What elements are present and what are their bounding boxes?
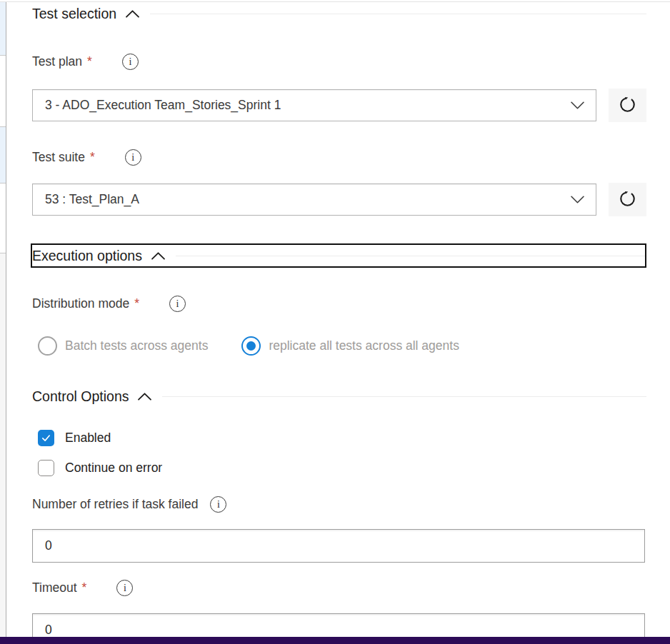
panel-edge-segment (0, 127, 6, 183)
task-settings-panel: Test selection Test plan * i 3 - ADO_Exe… (0, 0, 670, 644)
test-plan-row: 3 - ADO_Execution Team_Stories_Sprint 1 (32, 89, 646, 122)
required-asterisk: * (134, 296, 139, 311)
test-suite-value: 53 : Test_Plan_A (33, 192, 571, 207)
continue-on-error-checkbox-row[interactable]: Continue on error (38, 460, 646, 476)
radio-selected-icon[interactable] (241, 336, 261, 356)
test-suite-label-row: Test suite * i (32, 148, 646, 167)
test-plan-value: 3 - ADO_Execution Team_Stories_Sprint 1 (33, 98, 571, 113)
section-divider (162, 396, 646, 397)
test-suite-label: Test suite (32, 150, 85, 165)
bottom-accent-bar (0, 637, 670, 644)
checkbox-label: Continue on error (65, 461, 162, 476)
radio-label: Batch tests across agents (65, 338, 208, 353)
retries-label: Number of retries if task failed (32, 497, 198, 512)
info-icon[interactable]: i (122, 54, 139, 70)
panel-edge-segment (0, 56, 6, 127)
panel-edge-segment (0, 183, 6, 253)
section-header-test-selection[interactable]: Test selection (32, 4, 646, 24)
chevron-down-icon (571, 101, 584, 109)
checkbox-label: Enabled (65, 431, 111, 446)
info-icon[interactable]: i (169, 296, 186, 312)
section-divider (176, 256, 645, 256)
chevron-down-icon (571, 196, 584, 203)
required-asterisk: * (82, 580, 87, 595)
retries-label-row: Number of retries if task failed i (32, 495, 646, 514)
section-header-execution-options[interactable]: Execution options (32, 248, 645, 264)
section-divider (150, 14, 646, 14)
task-form: Test selection Test plan * i 3 - ADO_Exe… (32, 0, 646, 644)
radio-option-replicate-all[interactable]: replicate all tests across all agents (241, 336, 459, 356)
refresh-test-suite-button[interactable] (609, 183, 646, 216)
info-icon[interactable]: i (116, 580, 133, 596)
enabled-checkbox-row[interactable]: Enabled (38, 430, 646, 446)
background-panel-edge (0, 2, 6, 637)
radio-label: replicate all tests across all agents (269, 338, 459, 353)
refresh-icon (618, 95, 637, 116)
chevron-up-icon[interactable] (138, 393, 151, 401)
radio-unselected-icon[interactable] (38, 336, 57, 356)
test-plan-label: Test plan (32, 54, 82, 69)
checkbox-checked-icon[interactable] (38, 430, 54, 446)
refresh-test-plan-button[interactable] (609, 89, 646, 122)
section-title: Control Options (32, 388, 129, 405)
section-header-control-options[interactable]: Control Options (32, 387, 646, 406)
section-title: Execution options (32, 248, 142, 264)
radio-dot (246, 341, 256, 351)
retries-input[interactable] (32, 529, 645, 563)
checkbox-unchecked-icon[interactable] (38, 460, 54, 476)
chevron-up-icon[interactable] (151, 252, 165, 260)
distribution-mode-label: Distribution mode (32, 296, 129, 311)
test-suite-dropdown[interactable]: 53 : Test_Plan_A (32, 183, 596, 216)
test-plan-dropdown[interactable]: 3 - ADO_Execution Team_Stories_Sprint 1 (32, 89, 596, 121)
required-asterisk: * (90, 150, 95, 165)
refresh-icon (618, 189, 637, 211)
section-header-execution-options-focus-ring: Execution options (31, 243, 646, 268)
info-icon[interactable]: i (210, 496, 226, 513)
chevron-up-icon[interactable] (126, 10, 139, 18)
distribution-mode-label-row: Distribution mode * i (32, 294, 646, 313)
panel-edge-segment (0, 2, 6, 56)
required-asterisk: * (87, 54, 92, 69)
test-suite-row: 53 : Test_Plan_A (32, 183, 646, 216)
panel-edge-segment (0, 253, 6, 637)
test-plan-label-row: Test plan * i (32, 52, 646, 71)
info-icon[interactable]: i (125, 149, 141, 166)
radio-option-batch-tests[interactable]: Batch tests across agents (38, 336, 208, 356)
distribution-mode-radio-group: Batch tests across agents replicate all … (38, 336, 646, 356)
section-title: Test selection (32, 6, 116, 22)
timeout-label: Timeout (32, 580, 77, 595)
timeout-label-row: Timeout * i (32, 578, 646, 598)
